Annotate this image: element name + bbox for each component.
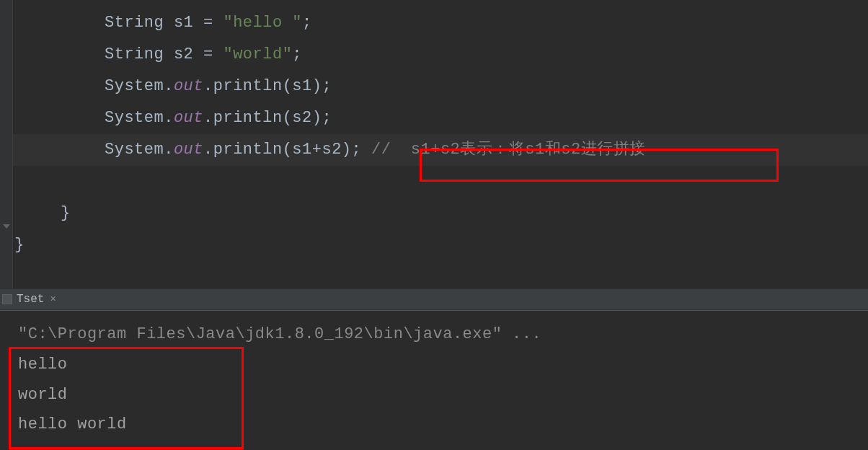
- code-line[interactable]: String s1 = "hello ";: [0, 7, 868, 39]
- code-token-normal: .println(s2);: [203, 109, 332, 127]
- code-line[interactable]: System.out.println(s2);: [0, 102, 868, 134]
- console-tab-bar: Tset ×: [0, 288, 868, 310]
- code-token-normal: ;: [292, 45, 302, 63]
- console-output-line: hello: [18, 350, 850, 380]
- code-token-string: "world": [223, 45, 292, 63]
- code-empty-line: [0, 166, 868, 198]
- code-token-field-italic: out: [174, 141, 203, 159]
- code-token-normal: }: [61, 204, 71, 222]
- code-token-normal: String s2 =: [105, 45, 223, 63]
- code-token-normal: System.: [105, 109, 174, 127]
- console-tab-label[interactable]: Tset: [17, 293, 44, 306]
- code-token-normal: ;: [302, 14, 312, 32]
- console-command-line: "C:\Program Files\Java\jdk1.8.0_192\bin\…: [18, 319, 850, 350]
- code-line[interactable]: }: [0, 198, 868, 229]
- code-token-comment: // s1+s2表示：将s1和s2进行拼接: [371, 141, 646, 159]
- code-token-normal: }: [14, 236, 25, 254]
- close-tab-icon[interactable]: ×: [50, 294, 56, 305]
- code-line[interactable]: String s2 = "world";: [0, 39, 868, 71]
- editor-gutter: [0, 0, 13, 288]
- run-tab-icon: [2, 294, 12, 304]
- console-output-line: hello world: [18, 410, 850, 440]
- code-line[interactable]: System.out.println(s1);: [0, 71, 868, 102]
- code-token-normal: System.: [105, 77, 174, 95]
- fold-indicator-icon[interactable]: [0, 221, 12, 231]
- code-token-normal: .println(s1+s2);: [203, 141, 371, 159]
- console-output-line: world: [18, 380, 850, 410]
- code-token-normal: String s1 =: [105, 14, 223, 32]
- code-token-normal: System.: [105, 141, 174, 159]
- console-output[interactable]: "C:\Program Files\Java\jdk1.8.0_192\bin\…: [0, 310, 868, 450]
- code-editor[interactable]: String s1 = "hello ";String s2 = "world"…: [0, 0, 868, 288]
- code-token-normal: .println(s1);: [203, 77, 332, 95]
- code-token-field-italic: out: [174, 77, 203, 95]
- code-line[interactable]: }: [0, 229, 868, 261]
- code-token-field-italic: out: [174, 109, 203, 127]
- code-line[interactable]: System.out.println(s1+s2); // s1+s2表示：将s…: [0, 134, 868, 166]
- code-token-string: "hello ": [223, 14, 302, 32]
